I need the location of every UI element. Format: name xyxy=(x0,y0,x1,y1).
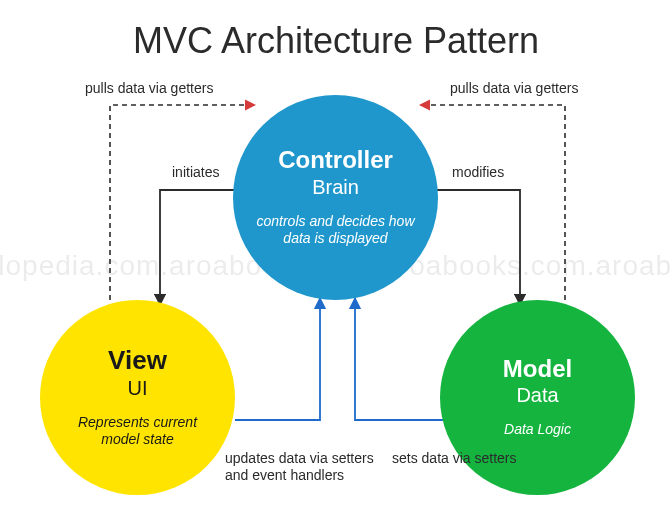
edge-updates xyxy=(235,298,320,420)
view-title: View xyxy=(108,346,167,375)
label-modifies: modifies xyxy=(452,164,504,181)
model-role: Data xyxy=(516,384,558,407)
controller-node: Controller Brain controls and decides ho… xyxy=(233,95,438,300)
view-node: View UI Represents current model state xyxy=(40,300,235,495)
edge-sets xyxy=(355,298,445,420)
controller-desc: controls and decides how data is display… xyxy=(233,213,438,248)
label-initiates: initiates xyxy=(172,164,219,181)
view-desc: Represents current model state xyxy=(40,414,235,449)
edge-model-getters xyxy=(420,105,565,300)
model-desc: Data Logic xyxy=(486,421,589,439)
controller-title: Controller xyxy=(278,147,393,173)
label-view-getters: pulls data via getters xyxy=(85,80,213,97)
label-model-getters: pulls data via getters xyxy=(450,80,578,97)
controller-role: Brain xyxy=(312,176,359,199)
label-updates: updates data via setters and event handl… xyxy=(225,450,380,484)
view-role: UI xyxy=(128,377,148,400)
label-sets: sets data via setters xyxy=(392,450,532,467)
model-title: Model xyxy=(503,356,572,382)
diagram-title: MVC Architecture Pattern xyxy=(0,20,672,62)
edge-modifies xyxy=(430,190,520,305)
